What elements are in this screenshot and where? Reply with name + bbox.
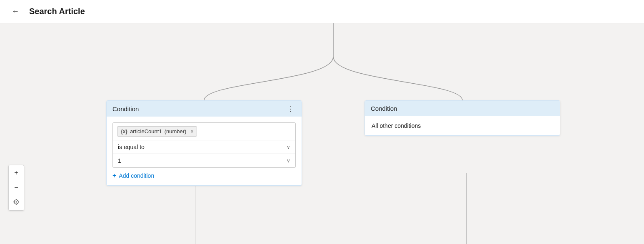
app-header: ← Search Article	[0, 0, 644, 23]
zoom-out-icon: −	[14, 184, 18, 192]
variable-name: articleCount1	[130, 128, 162, 134]
operator-label: is equal to	[118, 144, 145, 150]
condition-title-right: Condition	[371, 105, 397, 112]
remove-variable-button[interactable]: ×	[190, 129, 193, 134]
value-dropdown[interactable]: 1 ∨	[113, 154, 295, 167]
value-chevron-icon: ∨	[287, 158, 290, 164]
zoom-controls: + −	[8, 165, 24, 211]
add-condition-button[interactable]: + Add condition	[112, 168, 154, 179]
svg-point-2	[16, 202, 17, 203]
condition-row-container: {x} articleCount1 (number) × is equal to…	[112, 122, 296, 168]
condition-header-right: Condition	[365, 101, 560, 116]
page-title: Search Article	[29, 7, 85, 16]
center-icon	[13, 199, 20, 207]
add-condition-label: Add condition	[119, 172, 154, 179]
zoom-in-button[interactable]: +	[9, 165, 24, 180]
operator-dropdown[interactable]: is equal to ∨	[113, 140, 295, 154]
curly-braces-icon: {x}	[121, 129, 127, 134]
variable-type: (number)	[165, 128, 187, 134]
plus-icon: +	[112, 172, 116, 179]
back-button[interactable]: ←	[8, 5, 22, 17]
branch-line-right	[466, 173, 467, 244]
other-conditions-text: All other conditions	[372, 122, 421, 129]
variable-chip-row: {x} articleCount1 (number) ×	[113, 123, 295, 140]
branch-line-left	[195, 186, 195, 244]
condition-card-left: Condition ⋮ {x} articleCount1 (number) ×…	[106, 100, 302, 186]
condition-title-left: Condition	[112, 105, 139, 112]
operator-chevron-icon: ∨	[287, 144, 290, 150]
condition-header-left: Condition ⋮	[107, 101, 302, 117]
condition-body-right: All other conditions	[365, 116, 560, 135]
zoom-out-button[interactable]: −	[9, 180, 24, 195]
condition-body-left: {x} articleCount1 (number) × is equal to…	[107, 117, 302, 185]
value-label: 1	[118, 157, 121, 164]
condition-menu-button-left[interactable]: ⋮	[285, 105, 296, 112]
canvas-area: Condition ⋮ {x} articleCount1 (number) ×…	[0, 23, 644, 244]
variable-chip: {x} articleCount1 (number) ×	[117, 126, 197, 137]
zoom-center-button[interactable]	[9, 195, 24, 210]
zoom-in-icon: +	[14, 169, 18, 177]
condition-card-right: Condition All other conditions	[364, 100, 560, 136]
